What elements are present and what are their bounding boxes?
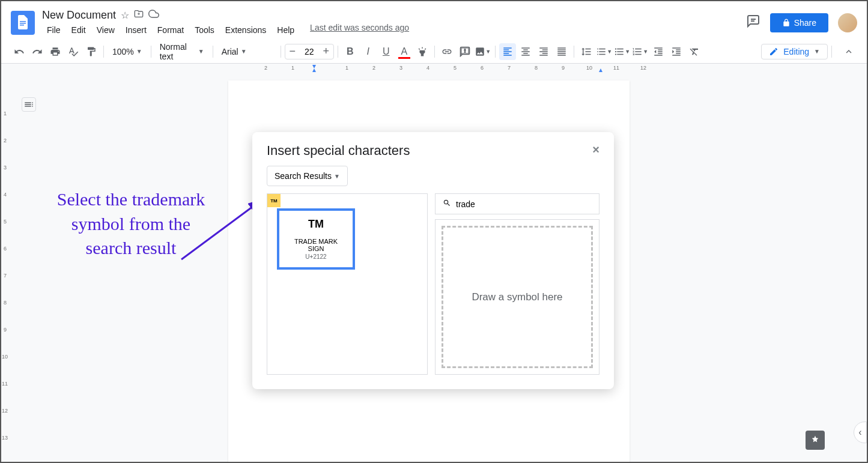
explore-button[interactable] xyxy=(806,431,825,450)
search-icon xyxy=(443,199,451,209)
svg-text:6: 6 xyxy=(4,246,7,252)
menu-format[interactable]: Format xyxy=(153,23,189,37)
result-trademark[interactable]: TM xyxy=(267,194,281,207)
highlight-button[interactable] xyxy=(414,43,431,60)
align-justify-button[interactable] xyxy=(553,43,570,60)
svg-text:1: 1 xyxy=(4,110,7,117)
redo-button[interactable] xyxy=(29,43,46,60)
svg-text:5: 5 xyxy=(4,219,7,225)
align-left-button[interactable] xyxy=(499,43,516,60)
decrease-indent-button[interactable] xyxy=(650,43,667,60)
tooltip-symbol: TM xyxy=(287,218,345,231)
svg-text:1: 1 xyxy=(345,65,348,71)
print-button[interactable] xyxy=(47,43,64,60)
text-color-button[interactable]: A xyxy=(396,43,413,60)
star-icon[interactable]: ☆ xyxy=(121,10,129,21)
draw-canvas[interactable]: Draw a symbol here xyxy=(442,226,593,368)
collapse-toolbar-button[interactable] xyxy=(840,43,857,60)
move-icon[interactable] xyxy=(134,9,144,21)
svg-marker-20 xyxy=(312,65,316,68)
undo-button[interactable] xyxy=(11,43,28,60)
underline-button[interactable]: U xyxy=(378,43,395,60)
last-edit-link[interactable]: Last edit was seconds ago xyxy=(310,23,409,37)
svg-text:10: 10 xyxy=(2,354,8,360)
menu-view[interactable]: View xyxy=(92,23,120,37)
decrease-font-button[interactable]: − xyxy=(285,44,300,59)
link-button[interactable] xyxy=(439,43,455,60)
style-select[interactable]: Normal text▼ xyxy=(155,40,209,64)
cloud-icon[interactable] xyxy=(148,8,159,22)
svg-text:4: 4 xyxy=(4,192,7,198)
svg-text:7: 7 xyxy=(508,65,511,71)
svg-line-37 xyxy=(181,199,263,259)
search-box xyxy=(435,193,599,214)
share-label: Share xyxy=(794,18,816,28)
font-select[interactable]: Arial▼ xyxy=(217,44,277,59)
menu-extensions[interactable]: Extensions xyxy=(220,23,271,37)
svg-rect-1 xyxy=(20,23,26,24)
menu-help[interactable]: Help xyxy=(272,23,299,37)
character-tooltip: TM TRADE MARK SIGN U+2122 xyxy=(277,208,355,270)
toolbar: 100%▼ Normal text▼ Arial▼ − + B I U A + … xyxy=(1,40,867,64)
close-icon[interactable]: × xyxy=(592,143,599,157)
comments-icon[interactable] xyxy=(746,14,760,32)
svg-text:2: 2 xyxy=(264,65,267,71)
increase-indent-button[interactable] xyxy=(668,43,685,60)
horizontal-ruler: 21 1234 5678 9101112 xyxy=(1,64,867,73)
svg-text:2: 2 xyxy=(4,138,7,144)
header: New Document ☆ File Edit View Insert For… xyxy=(1,1,867,40)
spellcheck-button[interactable] xyxy=(65,43,82,60)
tooltip-name: TRADE MARK SIGN xyxy=(287,238,345,252)
search-input[interactable] xyxy=(456,199,592,209)
font-size-input[interactable] xyxy=(300,47,319,56)
clear-format-button[interactable] xyxy=(686,43,703,60)
numbered-list-button[interactable]: ▼ xyxy=(632,43,649,60)
bold-button[interactable]: B xyxy=(342,43,359,60)
paint-format-button[interactable] xyxy=(83,43,100,60)
bullet-list-button[interactable]: ▼ xyxy=(614,43,631,60)
menu-file[interactable]: File xyxy=(42,23,65,37)
svg-text:3: 3 xyxy=(399,65,402,71)
tooltip-code: U+2122 xyxy=(287,253,345,260)
svg-text:9: 9 xyxy=(562,65,565,71)
svg-text:11: 11 xyxy=(613,65,619,71)
italic-button[interactable]: I xyxy=(360,43,377,60)
svg-text:2: 2 xyxy=(372,65,375,71)
align-right-button[interactable] xyxy=(535,43,552,60)
align-center-button[interactable] xyxy=(517,43,534,60)
svg-text:12: 12 xyxy=(2,408,8,414)
doc-title[interactable]: New Document xyxy=(42,9,116,22)
left-sidebar: 1234 5678 9101112 13 xyxy=(1,73,30,462)
category-dropdown[interactable]: Search Results ▼ xyxy=(267,166,348,186)
menu-tools[interactable]: Tools xyxy=(190,23,219,37)
menu-insert[interactable]: Insert xyxy=(121,23,151,37)
zoom-select[interactable]: 100%▼ xyxy=(108,44,147,59)
menu-edit[interactable]: Edit xyxy=(67,23,91,37)
font-size-group: − + xyxy=(285,44,334,59)
docs-logo-icon[interactable] xyxy=(11,11,35,35)
avatar[interactable] xyxy=(838,13,857,32)
image-button[interactable]: ▼ xyxy=(475,43,491,60)
svg-marker-22 xyxy=(599,68,602,72)
share-button[interactable]: Share xyxy=(770,13,828,32)
svg-text:1: 1 xyxy=(291,65,294,71)
svg-marker-21 xyxy=(312,68,316,72)
svg-text:3: 3 xyxy=(4,165,7,171)
comment-button[interactable]: + xyxy=(457,43,473,60)
draw-panel: Draw a symbol here xyxy=(435,219,599,375)
doc-title-area: New Document ☆ File Edit View Insert For… xyxy=(42,8,746,37)
svg-text:13: 13 xyxy=(2,435,8,441)
svg-text:10: 10 xyxy=(586,65,592,71)
dialog-title: Insert special characters xyxy=(267,143,410,159)
editing-mode-select[interactable]: Editing ▼ xyxy=(761,44,828,59)
svg-text:5: 5 xyxy=(454,65,457,71)
svg-text:+: + xyxy=(463,47,466,53)
svg-text:8: 8 xyxy=(4,300,7,306)
special-characters-dialog: Insert special characters × Search Resul… xyxy=(252,132,614,389)
svg-text:12: 12 xyxy=(640,65,646,71)
svg-text:11: 11 xyxy=(2,381,8,387)
increase-font-button[interactable]: + xyxy=(319,44,333,59)
svg-text:7: 7 xyxy=(4,273,7,279)
checklist-button[interactable]: ▼ xyxy=(596,43,613,60)
line-spacing-button[interactable] xyxy=(578,43,595,60)
